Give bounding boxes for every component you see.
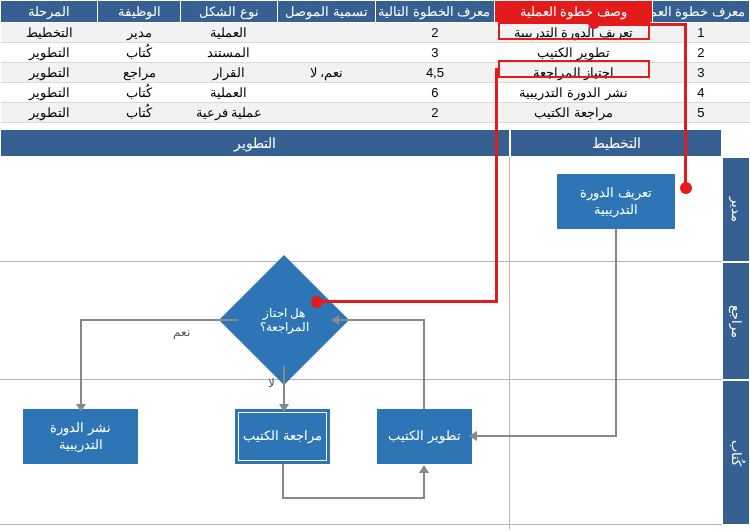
arrow-head-icon	[331, 315, 339, 325]
swimlane-reviewer	[0, 262, 722, 380]
node-pass-review: هل اجتاز المراجعة؟	[238, 274, 330, 366]
arrow	[339, 319, 425, 321]
node-develop-booklet: تطوير الكتيب	[377, 409, 472, 464]
cell: المستند	[180, 43, 277, 63]
edge-label-no: لا	[268, 376, 275, 390]
cell: 2	[652, 43, 749, 63]
lane-label-writers: كُتاب	[722, 380, 750, 525]
cell: العملية	[180, 83, 277, 103]
cell	[278, 43, 375, 63]
phase-divider	[509, 157, 510, 529]
cell: 3	[375, 43, 495, 63]
callout-line	[318, 300, 498, 303]
cell: 6	[375, 83, 495, 103]
lane-label-manager: مدير	[722, 157, 750, 262]
col-next-step: معرف الخطوة التالية	[375, 1, 495, 23]
callout-line	[594, 23, 685, 26]
arrow-head-icon	[469, 431, 477, 441]
node-publish-course: نشر الدورة التدريبية	[23, 409, 138, 464]
col-role: الوظيفة	[98, 1, 180, 23]
cell: التطوير	[1, 83, 98, 103]
cell: التطوير	[1, 103, 98, 123]
phase-header-development: التطوير	[0, 129, 510, 157]
callout-line	[684, 23, 687, 188]
cell: التطوير	[1, 63, 98, 83]
cell: التطوير	[1, 43, 98, 63]
arrow	[80, 319, 82, 409]
cell: التخطيط	[1, 23, 98, 43]
cell: 4	[652, 83, 749, 103]
cell: عملية فرعية	[180, 103, 277, 123]
cell: كُتاب	[98, 43, 180, 63]
col-shape-type: نوع الشكل	[180, 1, 277, 23]
callout-dot-icon	[311, 296, 323, 308]
cell: العملية	[180, 23, 277, 43]
col-step-id: معرف خطوة العملية	[652, 1, 749, 23]
node-review-booklet-label: مراجعة الكتيب	[243, 428, 322, 445]
table-row: 5 مراجعة الكتيب 2 عملية فرعية كُتاب التط…	[1, 103, 750, 123]
arrow-head-icon	[419, 465, 429, 473]
cell: مدير	[98, 23, 180, 43]
arrow	[80, 319, 238, 321]
cell: 5	[652, 103, 749, 123]
edge-label-yes: نعم	[173, 325, 190, 339]
cell: 2	[375, 23, 495, 43]
cell: 4,5	[375, 63, 495, 83]
arrow	[423, 320, 425, 409]
callout-line	[495, 68, 498, 303]
callout-box-row3	[498, 60, 650, 78]
arrow	[282, 497, 425, 499]
cell	[278, 83, 375, 103]
cell: القرار	[180, 63, 277, 83]
cell: مراجع	[98, 63, 180, 83]
cell: مراجعة الكتيب	[495, 103, 652, 123]
arrow	[282, 464, 284, 499]
flowchart: التخطيط التطوير مدير مراجع كُتاب تعريف ا…	[0, 129, 750, 529]
arrow	[283, 366, 285, 409]
lane-label-reviewer: مراجع	[722, 262, 750, 380]
col-connector-label: تسمية الموصل	[278, 1, 375, 23]
cell: 2	[375, 103, 495, 123]
col-phase: المرحلة	[1, 1, 98, 23]
node-review-booklet: مراجعة الكتيب	[235, 409, 330, 464]
cell: نشر الدورة التدريبية	[495, 83, 652, 103]
cell	[278, 103, 375, 123]
arrow-head-icon	[279, 404, 289, 412]
cell: نعم، لا	[278, 63, 375, 83]
cell	[278, 23, 375, 43]
cell: كُتاب	[98, 103, 180, 123]
decision-label: هل اجتاز المراجعة؟	[238, 274, 330, 366]
col-step-desc: وصف خطوة العملية	[495, 1, 652, 23]
node-define-course: تعريف الدورة التدريبية	[557, 174, 675, 229]
phase-header-planning: التخطيط	[510, 129, 722, 157]
arrow	[615, 229, 617, 437]
arrow	[423, 469, 425, 499]
arrow	[477, 435, 617, 437]
callout-dot-icon	[680, 182, 692, 194]
cell: كُتاب	[98, 83, 180, 103]
table-header-row: معرف خطوة العملية وصف خطوة العملية معرف …	[1, 1, 750, 23]
arrow-head-icon	[76, 404, 86, 412]
table-row: 4 نشر الدورة التدريبية 6 العملية كُتاب ا…	[1, 83, 750, 103]
cell: 3	[652, 63, 749, 83]
